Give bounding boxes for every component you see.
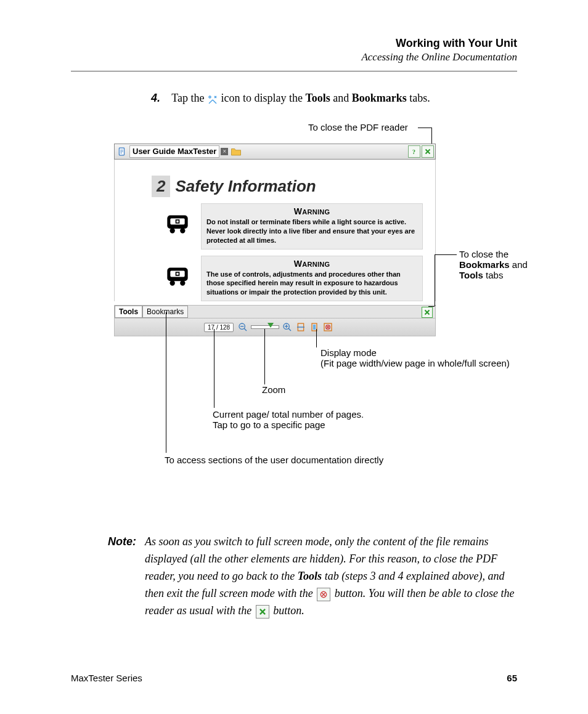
svg-point-14 (180, 280, 185, 285)
svg-text:?: ? (412, 148, 415, 155)
close-reader-icon (256, 605, 269, 619)
svg-point-7 (170, 228, 175, 233)
header-title: Working with Your Unit (71, 37, 517, 50)
step-number: 4. (151, 92, 160, 104)
pdf-toolbar: 17 / 128 (114, 318, 436, 336)
tab-tools[interactable]: Tools (115, 306, 142, 318)
note-text: As soon as you switch to full screen mod… (145, 533, 517, 619)
warning-text-2: The use of controls, adjustments and pro… (202, 270, 422, 301)
svg-rect-6 (176, 221, 178, 222)
warning-box-1: WARNING Do not install or terminate fibe… (201, 203, 423, 249)
fit-width-icon[interactable] (295, 322, 306, 333)
document-icon (117, 147, 127, 156)
callout-bookmarks-access: To access sections of the user documenta… (165, 455, 383, 465)
pdf-titlebar: User Guide MaxTester × ? (114, 144, 436, 160)
svg-point-8 (180, 228, 185, 233)
svg-point-0 (209, 96, 211, 98)
header-rule (71, 71, 517, 71)
note-label: Note: (108, 533, 136, 619)
chapter-title: Safety Information (175, 177, 316, 196)
footer-series: MaxTester Series (71, 673, 142, 683)
document-title: User Guide MaxTester (129, 145, 219, 158)
tabs-row: Tools Bookmarks (114, 305, 436, 318)
pdf-content-area: 2 Safety Information WARNING Do not inst… (114, 160, 436, 301)
warning-heading: WARNING (202, 256, 422, 270)
footer-page-number: 65 (507, 673, 517, 683)
zoom-in-icon[interactable] (282, 322, 293, 333)
svg-point-13 (170, 280, 175, 285)
callout-close-reader: To close the PDF reader (308, 122, 408, 132)
callout-page-counter: Current page/ total number of pages. Tap… (213, 409, 398, 430)
zoom-slider[interactable] (251, 325, 279, 329)
warning-vehicle-icon (165, 264, 190, 289)
note-block: Note: As soon as you switch to full scre… (108, 533, 517, 619)
warning-vehicle-icon (165, 212, 190, 237)
callout-close-tabs: To close the Bookmarks and Tools tabs (459, 249, 552, 280)
help-button[interactable]: ? (408, 145, 420, 158)
close-tabs-button[interactable] (422, 307, 433, 318)
header-subtitle: Accessing the Online Documentation (71, 51, 517, 63)
step-4: 4. Tap the icon to display the Tools and… (151, 90, 517, 107)
page-counter[interactable]: 17 / 128 (204, 323, 234, 332)
page-footer: MaxTester Series 65 (71, 673, 517, 683)
svg-rect-12 (176, 272, 178, 274)
warning-box-2: WARNING The use of controls, adjustments… (201, 256, 423, 302)
zoom-out-icon[interactable] (237, 322, 248, 333)
pdf-reader-screenshot: User Guide MaxTester × ? 2 Safety Inform… (114, 144, 545, 336)
warning-heading: WARNING (202, 204, 422, 217)
tools-icon (207, 94, 218, 105)
svg-rect-19 (313, 325, 316, 330)
warning-text-1: Do not install or terminate fibers while… (202, 217, 422, 249)
close-reader-button[interactable] (422, 145, 434, 158)
chapter-number: 2 (152, 176, 170, 197)
fit-page-icon[interactable] (309, 322, 320, 333)
exit-fullscreen-icon (317, 588, 330, 601)
fullscreen-icon[interactable] (322, 322, 333, 333)
callout-display-mode: Display mode (Fit page width/view page i… (321, 347, 510, 368)
callout-zoom: Zoom (262, 384, 285, 395)
tab-close-icon[interactable]: × (221, 148, 228, 155)
folder-icon[interactable] (231, 147, 242, 156)
